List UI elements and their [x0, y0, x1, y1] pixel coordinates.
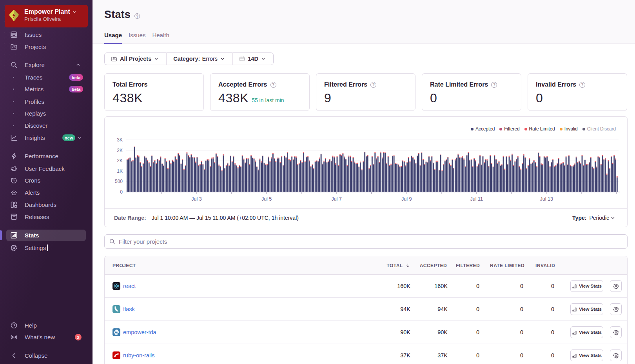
svg-text:Jul 11: Jul 11	[470, 196, 483, 202]
svg-text:Jul 3: Jul 3	[191, 196, 201, 202]
svg-text:3K: 3K	[117, 137, 123, 143]
svg-text:2K: 2K	[117, 158, 123, 163]
svg-text:2K: 2K	[117, 148, 123, 153]
svg-text:Jul 9: Jul 9	[401, 196, 412, 202]
svg-text:Jul 5: Jul 5	[261, 196, 272, 202]
svg-text:Jul 7: Jul 7	[331, 196, 341, 202]
svg-text:1K: 1K	[117, 168, 123, 174]
svg-text:0: 0	[120, 189, 123, 195]
svg-text:Jul 13: Jul 13	[540, 196, 553, 202]
svg-text:500: 500	[115, 179, 123, 184]
